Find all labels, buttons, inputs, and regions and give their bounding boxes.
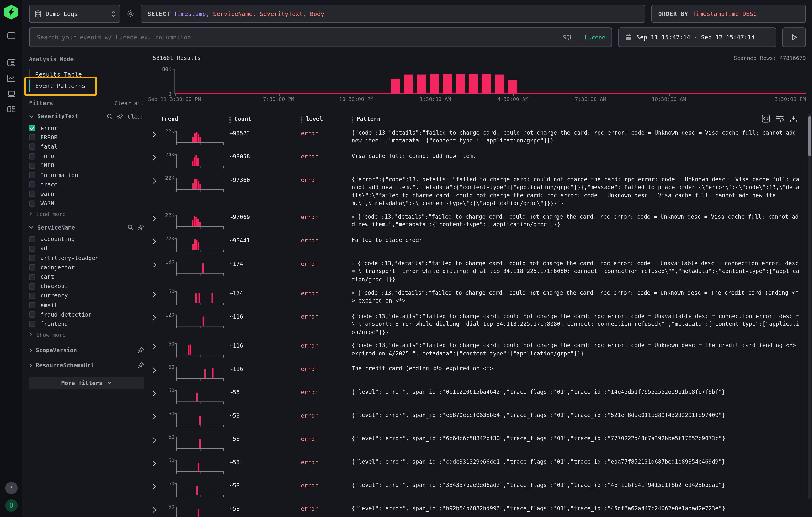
source-select[interactable]: Demo Logs [29, 5, 120, 23]
filter-option-info[interactable]: info [29, 152, 144, 161]
filter-option-WARN[interactable]: WARN [29, 199, 144, 208]
mode-event-patterns[interactable]: Event Patterns [29, 80, 144, 92]
pattern-cell[interactable]: {"level":"error","span_id":"cddc331329e6… [351, 458, 806, 466]
table-row[interactable]: 60~58error{"level":"error","span_id":"cd… [153, 456, 806, 479]
filter-option-checkout[interactable]: checkout [29, 282, 144, 291]
histogram-bar[interactable] [430, 74, 439, 94]
select-query-input[interactable]: SELECT Timestamp, ServiceName, SeverityT… [141, 5, 645, 23]
histogram-bar[interactable] [482, 74, 491, 94]
pattern-cell[interactable]: {"level":"error","span_id":"6b64c6c58842… [351, 435, 806, 443]
table-row[interactable]: 120~116error{"code":13,"details":"failed… [153, 310, 806, 339]
pattern-cell[interactable]: {"level":"error","span_id":"0c11220615ba… [351, 388, 806, 396]
run-query-button[interactable] [782, 27, 806, 47]
histogram-plot[interactable]: 80K 0 [174, 69, 806, 94]
filter-option-accounting[interactable]: accounting [29, 234, 144, 244]
column-header-level[interactable]: level [301, 115, 352, 123]
filter-option-trace[interactable]: trace [29, 180, 144, 189]
scrollbar-thumb[interactable] [808, 116, 811, 156]
filter-group-header-SeverityText[interactable]: SeverityTextClear [29, 113, 144, 120]
checkbox[interactable] [29, 163, 35, 169]
histogram-bar[interactable] [443, 74, 452, 94]
histogram-bar[interactable] [391, 79, 400, 94]
checkbox[interactable] [29, 144, 35, 150]
checkbox[interactable] [29, 293, 35, 299]
source-settings-button[interactable] [120, 5, 141, 23]
filter-load-more-button[interactable]: Load more [29, 208, 144, 218]
user-avatar[interactable]: U [5, 499, 17, 512]
dashboard-grid-icon[interactable] [4, 103, 18, 116]
wrap-text-icon[interactable] [776, 115, 784, 122]
column-header-count[interactable]: Count [229, 115, 301, 123]
pattern-cell[interactable]: × {"code":13,"details":"failed to charge… [351, 259, 806, 284]
pattern-cell[interactable]: {"error":{"code":13,"details":"failed to… [351, 175, 806, 208]
monitor-icon[interactable] [4, 87, 18, 100]
checkbox[interactable] [29, 246, 35, 252]
vertical-scrollbar[interactable] [808, 114, 811, 499]
expand-row-chevron-icon[interactable] [153, 482, 161, 490]
date-range-picker[interactable]: Sep 11 15:47:14 - Sep 12 15:47:14 [618, 27, 776, 47]
expand-row-chevron-icon[interactable] [153, 435, 161, 443]
filter-option-cart[interactable]: cart [29, 272, 144, 282]
pin-icon[interactable] [138, 224, 144, 231]
filter-option-frontend[interactable]: frontend [29, 319, 144, 328]
column-drag-icon[interactable] [351, 117, 353, 123]
pattern-cell[interactable]: {"code":13,"details":"failed to charge c… [351, 312, 806, 337]
help-button[interactable]: ? [5, 482, 17, 494]
table-row[interactable]: 24K~98058errorVisa cache full: cannot ad… [153, 149, 806, 173]
pattern-cell[interactable]: Failed to place order [351, 236, 806, 244]
filter-group-header-ServiceName[interactable]: ServiceName [29, 224, 144, 231]
table-row[interactable]: 60~58error{"level":"error","span_id":"b9… [153, 502, 806, 517]
checkbox[interactable] [29, 312, 35, 318]
expand-row-chevron-icon[interactable] [153, 365, 161, 373]
collapse-panel-icon[interactable] [4, 29, 18, 42]
checkbox[interactable] [29, 134, 35, 141]
expand-row-chevron-icon[interactable] [153, 259, 161, 268]
filter-option-ad[interactable]: ad [29, 244, 144, 253]
table-row[interactable]: 22K~97069error× {"code":13,"details":"fa… [153, 210, 806, 234]
table-row[interactable]: 60~116error{"code":13,"details":"failed … [153, 339, 806, 362]
query-language-toggle[interactable]: SQL | Lucene [563, 34, 605, 40]
pattern-cell[interactable]: Visa cache full: cannot add new item. [351, 152, 806, 160]
expand-row-chevron-icon[interactable] [153, 289, 161, 297]
checkbox[interactable] [29, 172, 35, 178]
pattern-cell[interactable]: × {"code":13,"details":"failed to charge… [351, 289, 806, 305]
table-row[interactable]: 60~58error{"level":"error","span_id":"33… [153, 479, 806, 502]
expand-row-chevron-icon[interactable] [153, 236, 161, 245]
column-header-trend[interactable]: Trend [161, 115, 229, 123]
expand-row-chevron-icon[interactable] [153, 411, 161, 420]
search-icon[interactable] [127, 224, 134, 231]
table-row[interactable]: 180~174error× {"code":13,"details":"fail… [153, 257, 806, 286]
checkbox[interactable] [29, 181, 35, 188]
expand-row-chevron-icon[interactable] [153, 175, 161, 184]
download-icon[interactable] [790, 115, 798, 122]
filter-option-email[interactable]: email [29, 300, 144, 310]
table-row[interactable]: 60~58error{"level":"error","span_id":"6b… [153, 432, 806, 456]
chart-icon[interactable] [4, 71, 18, 85]
app-logo-bolt-icon[interactable] [4, 5, 18, 20]
pattern-cell[interactable]: × {"code":13,"details":"failed to charge… [351, 213, 806, 229]
histogram-bar[interactable] [404, 75, 413, 94]
table-row[interactable]: 22K~98523error{"code":13,"details":"fail… [153, 126, 806, 149]
table-row[interactable]: 60~174error× {"code":13,"details":"faile… [153, 286, 806, 310]
filter-show-more-button[interactable]: Show more [29, 329, 144, 339]
expand-row-chevron-icon[interactable] [153, 129, 161, 137]
lang-sql[interactable]: SQL [563, 34, 573, 40]
filter-clear-button[interactable]: Clear [127, 113, 144, 119]
expand-row-chevron-icon[interactable] [153, 152, 161, 161]
expand-row-chevron-icon[interactable] [153, 458, 161, 466]
log-search-icon[interactable] [4, 56, 18, 69]
expand-row-chevron-icon[interactable] [153, 312, 161, 321]
checkbox[interactable] [29, 321, 35, 327]
pattern-cell[interactable]: The credit card (ending <*> expired on <… [351, 365, 806, 373]
pin-icon[interactable] [117, 113, 124, 119]
filter-option-fatal[interactable]: fatal [29, 142, 144, 151]
table-row[interactable]: 60~116errorThe credit card (ending <*> e… [153, 362, 806, 385]
more-filters-button[interactable]: More filters [29, 377, 144, 389]
search-icon[interactable] [107, 113, 113, 119]
table-row[interactable]: 22K~95441errorFailed to place order [153, 234, 806, 257]
checkbox[interactable] [29, 200, 35, 206]
filter-option-cainjector[interactable]: cainjector [29, 263, 144, 272]
filter-option-INFO[interactable]: INFO [29, 161, 144, 170]
pattern-cell[interactable]: {"level":"error","span_id":"eb870ecef063… [351, 411, 806, 420]
column-drag-icon[interactable] [301, 117, 302, 123]
